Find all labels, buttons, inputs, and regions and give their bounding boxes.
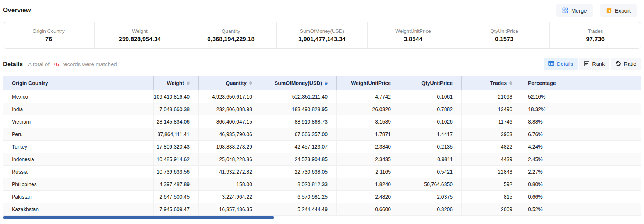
column-header-weightunitprice: WeightUnitPrice <box>337 76 400 90</box>
cell-origin-country: India <box>3 103 154 115</box>
cell-qtyunitprice: 1.4417 <box>400 128 462 140</box>
cell-trades: 22843 <box>462 166 521 178</box>
cell-quantity: 46,935,790.06 <box>199 128 261 140</box>
cell-quantity: 16,357,436.35 <box>199 203 261 215</box>
cell-origin-country: Philippines <box>3 178 154 190</box>
cell-trades: 3963 <box>462 128 521 140</box>
cell-sumofmoney-usd: 42,457,123.07 <box>261 141 337 153</box>
sort-descending-arrow-icon[interactable] <box>325 83 328 85</box>
sort-ascending-arrow-icon[interactable] <box>249 81 252 83</box>
sort-descending-arrow-icon[interactable] <box>249 83 252 85</box>
rank-bars-icon <box>584 61 590 67</box>
cell-percentage: 52.16% <box>521 90 641 103</box>
cell-percentage: 2.27% <box>521 166 641 178</box>
export-file-icon <box>606 7 612 13</box>
page-title: Overview <box>3 7 31 14</box>
export-button[interactable]: Export <box>600 4 637 17</box>
summary-item-origin-country: Origin Country76 <box>3 22 94 48</box>
horizontal-scrollbar-thumb[interactable] <box>3 216 274 219</box>
table-row: Pakistan2,647,500.453,224,964.226,570,98… <box>3 191 641 203</box>
column-header-sumofmoney-usd[interactable]: SumOfMoney(USD) <box>261 76 337 90</box>
column-header-label: Trades <box>490 80 507 86</box>
cell-trades: 815 <box>462 191 521 203</box>
summary-item-weightunitprice: WeightUnitPrice3.8544 <box>367 22 459 48</box>
cell-trades: 4822 <box>462 141 521 153</box>
table-row: India7,048,660.38232,806,088.98183,490,8… <box>3 103 641 115</box>
cell-weightunitprice: 1.8240 <box>337 178 400 190</box>
sort-ascending-arrow-icon[interactable] <box>509 81 512 83</box>
cell-percentage: 8.88% <box>521 115 641 128</box>
sort-ascending-arrow-icon[interactable] <box>325 81 328 83</box>
cell-weight: 7,945,609.47 <box>154 203 199 215</box>
column-header-quantity[interactable]: Quantity <box>199 76 261 90</box>
merge-button-label: Merge <box>571 7 587 14</box>
cell-percentage: 18.32% <box>521 103 641 115</box>
sort-caret-icon[interactable] <box>187 81 190 85</box>
column-header-label: WeightUnitPrice <box>351 80 391 86</box>
summary-item-label: Quantity <box>222 28 240 34</box>
match-count: 76 <box>53 61 59 67</box>
cell-origin-country: Turkey <box>3 141 154 153</box>
cell-qtyunitprice: 0.1026 <box>400 115 462 128</box>
topbar-actions: Merge Export <box>556 4 637 17</box>
sort-descending-arrow-icon[interactable] <box>509 83 512 85</box>
cell-qtyunitprice: 50,764.6350 <box>400 178 462 190</box>
view-button-details[interactable]: Details <box>544 58 578 70</box>
cell-quantity: 25,048,228.86 <box>199 153 261 165</box>
details-header-row: Details A total of 76 records were match… <box>3 58 641 70</box>
view-button-rank[interactable]: Rank <box>579 58 609 70</box>
cell-percentage: 0.66% <box>521 191 641 203</box>
cell-weightunitprice: 2.3840 <box>337 141 400 153</box>
cell-percentage: 2.45% <box>521 153 641 165</box>
cell-qtyunitprice: 0.7882 <box>400 103 462 115</box>
summary-item-value: 97,736 <box>586 36 605 43</box>
column-header-label: Percentage <box>528 80 556 86</box>
cell-weightunitprice: 2.1165 <box>337 166 400 178</box>
merge-button[interactable]: Merge <box>556 4 593 17</box>
sort-caret-icon[interactable] <box>509 81 512 85</box>
cell-weightunitprice: 3.1589 <box>337 115 400 128</box>
summary-item-qtyunitprice: QtyUnitPrice0.1573 <box>459 22 550 48</box>
cell-quantity: 198,838,273.29 <box>199 141 261 153</box>
details-title: Details <box>3 61 23 68</box>
view-button-ratio[interactable]: Ratio <box>611 58 641 70</box>
sort-descending-arrow-icon[interactable] <box>187 83 190 85</box>
view-button-label: Rank <box>592 61 605 67</box>
summary-item-value: 259,828,954.34 <box>119 36 161 43</box>
cell-qtyunitprice: 0.2135 <box>400 141 462 153</box>
summary-item-value: 0.1573 <box>495 36 513 43</box>
table-row: Turkey17,809,320.43198,838,273.2942,457,… <box>3 141 641 153</box>
cell-quantity: 232,806,088.98 <box>199 103 261 115</box>
cell-sumofmoney-usd: 88,910,868.73 <box>261 115 337 128</box>
cell-quantity: 4,923,650,617.10 <box>199 90 261 103</box>
cell-qtyunitprice: 0.1061 <box>400 90 462 103</box>
cell-weightunitprice: 0.6600 <box>337 203 400 215</box>
table-row: Vietnam28,145,834.06866,400,047.1588,910… <box>3 115 641 128</box>
cell-trades: 21093 <box>462 90 521 103</box>
sort-caret-icon[interactable] <box>249 81 252 85</box>
summary-item-label: QtyUnitPrice <box>490 28 518 34</box>
view-switch: Details Rank Ratio <box>544 58 641 70</box>
cell-quantity: 3,224,964.22 <box>199 191 261 203</box>
table-row: Kazakhstan7,945,609.4716,357,436.355,244… <box>3 203 641 216</box>
cell-trades: 2009 <box>462 203 521 215</box>
cell-weightunitprice: 1.7871 <box>337 128 400 140</box>
cell-trades: 11746 <box>462 115 521 128</box>
sort-ascending-arrow-icon[interactable] <box>187 81 190 83</box>
cell-origin-country: Russia <box>3 166 154 178</box>
summary-item-sumofmoney-usd: SumOfMoney(USD)1,001,477,143.34 <box>276 22 368 48</box>
column-header-weight[interactable]: Weight <box>154 76 199 90</box>
cell-origin-country: Kazakhstan <box>3 203 154 215</box>
summary-item-label: WeightUnitPrice <box>395 28 431 34</box>
cell-sumofmoney-usd: 522,351,211.40 <box>261 90 337 103</box>
cell-percentage: 0.80% <box>521 178 641 190</box>
cell-trades: 13496 <box>462 103 521 115</box>
cell-origin-country: Indonesia <box>3 153 154 165</box>
table-row: Indonesia10,485,914.6225,048,228.8624,57… <box>3 153 641 166</box>
sort-caret-icon[interactable] <box>325 81 328 85</box>
column-header-trades[interactable]: Trades <box>462 76 521 90</box>
export-button-label: Export <box>615 7 631 14</box>
cell-origin-country: Vietnam <box>3 115 154 128</box>
cell-sumofmoney-usd: 5,244,444.49 <box>261 203 337 215</box>
cell-percentage: 0.52% <box>521 203 641 215</box>
